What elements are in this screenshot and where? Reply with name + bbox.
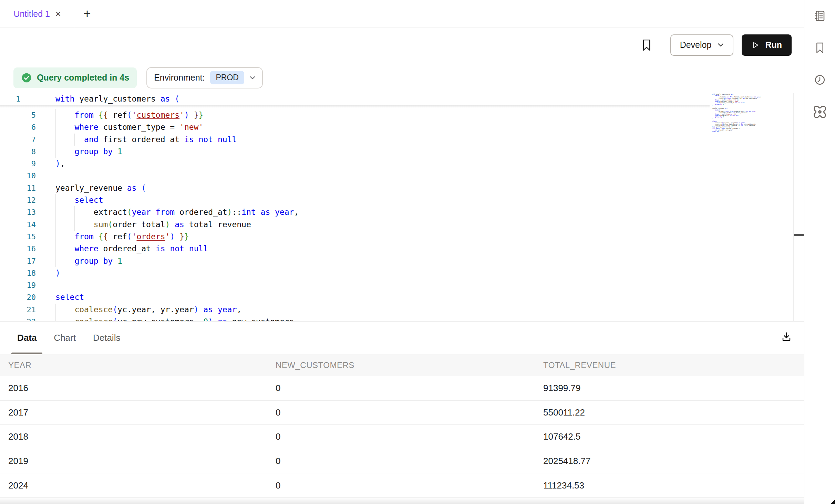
code-token — [213, 317, 218, 321]
sidebar-button-history[interactable] — [804, 64, 835, 96]
minimap-line: order by 1 — [712, 131, 761, 132]
code-token: as — [175, 220, 184, 229]
code-token: { — [99, 232, 103, 241]
table-cell: 0 — [276, 449, 280, 473]
code-token: group — [74, 147, 98, 156]
line-number: 10 — [0, 170, 36, 182]
line-number: 12 — [0, 194, 36, 206]
line-number: 20 — [0, 291, 36, 303]
code-token: 1 — [117, 256, 122, 265]
tab-details[interactable]: Details — [87, 322, 126, 354]
code-token — [170, 220, 175, 229]
chevron-down-icon — [250, 76, 255, 80]
run-button[interactable]: Run — [742, 34, 792, 56]
code-token: by — [103, 147, 113, 156]
line-number: 13 — [0, 206, 36, 218]
tab-untitled-1[interactable]: Untitled 1 ✕ — [0, 0, 75, 28]
tab-data[interactable]: Data — [11, 322, 42, 354]
table-row[interactable]: 20170550011.22 — [0, 401, 804, 425]
code-token: where — [74, 123, 98, 132]
table-cell: 2019 — [8, 449, 28, 473]
table-row[interactable]: 201902025418.77 — [0, 449, 804, 474]
minimap[interactable]: with yearly_customers as ( select extrac… — [712, 94, 761, 132]
download-button[interactable] — [781, 331, 792, 342]
code-token: ( — [127, 111, 132, 119]
sidebar-button-bookmark[interactable] — [804, 32, 835, 64]
column-header[interactable]: TOTAL_REVENUE — [543, 354, 616, 376]
overview-cursor-marker[interactable] — [794, 234, 804, 236]
column-header[interactable]: YEAR — [8, 354, 31, 376]
code-token: :: — [232, 208, 241, 217]
code-token: group — [74, 256, 98, 265]
code-token: not — [198, 135, 213, 144]
resize-grip[interactable] — [831, 500, 835, 504]
line-number: 15 — [0, 231, 36, 243]
code-token: sum — [94, 220, 108, 229]
code-token — [194, 135, 199, 144]
sticky-line[interactable]: 1with yearly_customers as ( — [0, 93, 710, 105]
code-token — [55, 317, 74, 321]
code-line-content: group by 1 — [55, 146, 122, 158]
ref-link[interactable]: customers — [136, 111, 179, 119]
code-token: ' — [132, 111, 137, 119]
code-token — [55, 305, 74, 314]
code-token — [55, 232, 74, 241]
code-token — [99, 135, 103, 144]
chevron-down-icon — [718, 43, 724, 47]
code-token: 'new' — [179, 123, 203, 132]
code-token: ordered_at — [103, 244, 151, 253]
column-header[interactable]: NEW_CUSTOMERS — [276, 354, 354, 376]
indent-guide — [55, 121, 56, 133]
tab-bar: Untitled 1 ✕ + — [0, 0, 804, 28]
table-cell: 550011.22 — [543, 401, 585, 425]
table-header-row: YEARNEW_CUSTOMERSTOTAL_REVENUE — [0, 354, 804, 376]
code-token: from — [74, 232, 93, 241]
tab-chart[interactable]: Chart — [48, 322, 82, 354]
code-editor[interactable]: 5 from {{ ref('customers') }}6 where cus… — [0, 93, 804, 321]
sidebar-button-notebook[interactable] — [804, 0, 835, 32]
code-line-content: coalesce(yc.year, yr.year) as year, — [55, 304, 241, 316]
code-token — [165, 244, 170, 253]
code-token: coalesce — [74, 305, 113, 314]
code-token — [55, 256, 74, 265]
develop-dropdown[interactable]: Develop — [670, 34, 734, 56]
code-line-content: coalesce(yc.new_customers, 0) as new_cus… — [55, 316, 299, 321]
code-token: , — [60, 159, 65, 168]
code-token — [55, 135, 84, 144]
code-token: order — [712, 130, 716, 132]
bookmark-button[interactable] — [641, 38, 652, 52]
environment-value-chip: PROD — [210, 71, 244, 84]
code-token: , — [713, 105, 714, 106]
code-token — [184, 220, 189, 229]
environment-selector[interactable]: Environment: PROD — [146, 67, 263, 88]
code-token: ) — [208, 317, 213, 321]
code-token: where — [74, 244, 98, 253]
code-token — [213, 135, 218, 144]
code-token: customer_type — [103, 123, 165, 132]
code-token: first_ordered_at — [103, 135, 180, 144]
code-line-content: extract(year from ordered_at)::int as ye… — [55, 206, 299, 218]
table-cell: 2016 — [8, 376, 28, 400]
data-table: 2016091399.7920170550011.2220180107642.5… — [0, 376, 804, 498]
new-tab-button[interactable]: + — [75, 0, 99, 28]
table-row[interactable]: 20240111234.53 — [0, 473, 804, 498]
code-token: ) — [170, 232, 175, 241]
ref-link[interactable]: orders — [136, 232, 165, 241]
table-cell: 0 — [276, 473, 280, 497]
table-row[interactable]: 2016091399.79 — [0, 376, 804, 401]
code-token — [55, 196, 74, 204]
sidebar-button-lineage[interactable] — [804, 96, 835, 128]
code-token — [74, 94, 79, 103]
check-circle-icon — [21, 72, 32, 83]
code-token — [136, 183, 141, 192]
code-token: year — [218, 305, 237, 314]
close-icon[interactable]: ✕ — [55, 10, 61, 18]
code-line: 6 where customer_type = 'new' — [0, 121, 299, 133]
run-label: Run — [765, 40, 782, 50]
code-token — [227, 317, 232, 321]
code-token — [99, 147, 103, 156]
line-number: 19 — [0, 279, 36, 291]
table-row[interactable]: 20180107642.5 — [0, 425, 804, 449]
indent-guide — [55, 255, 56, 267]
code-token: ' — [165, 232, 170, 241]
